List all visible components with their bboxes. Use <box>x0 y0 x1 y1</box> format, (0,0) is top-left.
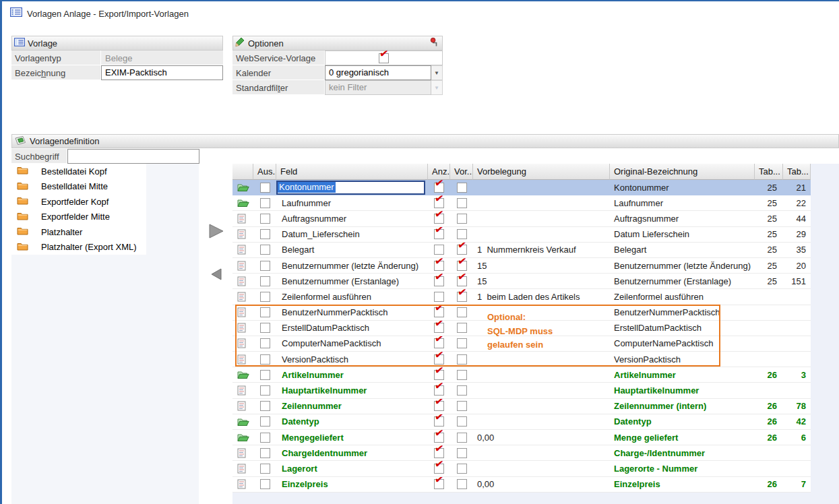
feld-cell[interactable]: ComputerNamePacktisch <box>276 336 428 351</box>
anz-checkbox[interactable]: ✔ <box>434 276 444 286</box>
vor-checkbox[interactable] <box>457 401 467 411</box>
grid-row[interactable]: Einzelpreis✔0,00Einzelpreis267 <box>232 477 811 493</box>
feld-cell[interactable]: ErstellDatumPacktisch <box>276 321 428 336</box>
grid-row[interactable]: Lagerort✔Lagerorte - Nummer <box>232 461 811 476</box>
move-right-arrow-button[interactable] <box>208 223 225 241</box>
webservice-checkbox[interactable]: ✔ <box>325 51 443 65</box>
column-header-feld[interactable]: Feld <box>276 164 428 180</box>
anz-checkbox[interactable]: ✔ <box>434 433 444 443</box>
anz-checkbox[interactable]: ✔ <box>434 261 444 271</box>
anz-checkbox[interactable]: ✔ <box>434 385 444 396</box>
vor-checkbox[interactable] <box>457 323 467 333</box>
anz-checkbox[interactable]: ✔ <box>434 370 444 380</box>
column-header-anz[interactable]: Anz... <box>428 164 450 180</box>
vor-checkbox[interactable] <box>457 229 467 239</box>
folder-item[interactable]: Exportfelder Kopf <box>11 194 146 210</box>
anz-checkbox[interactable]: ✔ <box>434 214 444 224</box>
folder-item[interactable]: Bestelldatei Mitte <box>11 179 146 195</box>
vor-checkbox[interactable]: ✔ <box>457 245 467 255</box>
vor-checkbox[interactable] <box>457 448 467 458</box>
vor-checkbox[interactable] <box>457 183 467 193</box>
anz-checkbox[interactable]: ✔ <box>434 401 444 411</box>
anz-checkbox[interactable]: ✔ <box>434 416 444 427</box>
anz-checkbox[interactable] <box>434 292 444 302</box>
anz-checkbox[interactable]: ✔ <box>434 448 444 458</box>
anz-checkbox[interactable]: ✔ <box>434 323 444 333</box>
feld-cell[interactable]: Datentyp <box>276 414 428 429</box>
grid-row[interactable]: Hauptartikelnummer✔Hauptartikelnummer <box>232 383 811 398</box>
aus-checkbox[interactable] <box>260 323 270 333</box>
feld-cell[interactable]: Benutzernummer (letzte Änderung) <box>276 258 428 273</box>
aus-checkbox[interactable] <box>260 292 270 302</box>
grid-row[interactable]: Mengegeliefert✔0,00Menge geliefert266 <box>232 430 811 445</box>
grid-row[interactable]: Laufnummer✔Laufnummer2522 <box>232 195 811 211</box>
aus-checkbox[interactable] <box>260 183 270 193</box>
feld-cell[interactable]: Zeilenformel ausführen <box>276 289 428 304</box>
vor-checkbox[interactable]: ✔ <box>457 276 467 286</box>
vor-checkbox[interactable] <box>457 479 467 489</box>
feld-edit-box[interactable]: Kontonummer <box>276 181 425 195</box>
aus-checkbox[interactable] <box>260 354 270 365</box>
move-left-arrow-button[interactable] <box>210 267 223 283</box>
folder-item[interactable]: Exportfelder Mitte <box>11 210 146 225</box>
feld-cell[interactable]: Kontonummer <box>276 180 428 195</box>
bezeichnung-input[interactable]: EXIM-Packtisch <box>101 65 223 80</box>
aus-checkbox[interactable] <box>260 198 270 208</box>
vor-checkbox[interactable] <box>457 338 467 348</box>
search-input[interactable] <box>67 149 199 164</box>
aus-checkbox[interactable] <box>260 401 270 411</box>
vor-checkbox[interactable] <box>457 416 467 427</box>
anz-checkbox[interactable]: ✔ <box>434 354 444 365</box>
vor-checkbox[interactable] <box>457 198 467 208</box>
grid-row[interactable]: Kontonummer✔Kontonummer2521 <box>232 180 811 195</box>
aus-checkbox[interactable] <box>260 479 270 489</box>
column-header-vor[interactable]: Vor... <box>450 164 473 180</box>
folder-item[interactable]: Platzhalter (Export XML) <box>11 240 146 255</box>
feld-cell[interactable]: Datum_Lieferschein <box>276 227 428 242</box>
folder-item[interactable]: Platzhalter <box>11 224 146 240</box>
grid-row[interactable]: ComputerNamePacktisch✔ComputerNamePackti… <box>232 336 811 352</box>
feld-cell[interactable]: Einzelpreis <box>276 477 428 492</box>
aus-checkbox[interactable] <box>260 464 270 474</box>
grid-row[interactable]: ErstellDatumPacktisch✔ErstellDatumPackti… <box>232 321 811 336</box>
grid-row[interactable]: Zeilenformel ausführen✔1 beim Laden des … <box>232 289 811 305</box>
feld-cell[interactable]: Zeilennummer <box>276 399 428 414</box>
grid-row[interactable]: Datentyp✔Datentyp2642 <box>232 414 811 430</box>
aus-checkbox[interactable] <box>260 229 270 239</box>
aus-checkbox[interactable] <box>260 338 270 348</box>
feld-cell[interactable]: Lagerort <box>276 461 428 476</box>
feld-cell[interactable]: Laufnummer <box>276 195 428 210</box>
vor-checkbox[interactable] <box>457 354 467 365</box>
aus-checkbox[interactable] <box>260 416 270 427</box>
grid-row[interactable]: ChargeIdentnummer✔Charge-/Identnummer <box>232 445 811 461</box>
anz-checkbox[interactable]: ✔ <box>434 183 444 193</box>
vor-checkbox[interactable]: ✔ <box>457 261 467 271</box>
aus-checkbox[interactable] <box>260 370 270 380</box>
column-header-tab-7[interactable]: Tab... <box>755 164 783 180</box>
feld-cell[interactable]: Belegart <box>276 243 428 257</box>
feld-cell[interactable]: ChargeIdentnummer <box>276 445 428 460</box>
aus-checkbox[interactable] <box>260 433 270 443</box>
grid-row[interactable]: Benutzernummer (Erstanlage)✔✔15Benutzern… <box>232 274 811 289</box>
column-header-tab-8[interactable]: Tab... <box>783 164 811 180</box>
feld-cell[interactable]: VersionPacktisch <box>276 352 428 367</box>
vor-checkbox[interactable]: ✔ <box>457 292 467 302</box>
grid-row[interactable]: Auftragsnummer✔Auftragsnummer2544 <box>232 211 811 226</box>
aus-checkbox[interactable] <box>260 214 270 224</box>
feld-cell[interactable]: BenutzerNummerPacktisch <box>276 305 428 320</box>
anz-checkbox[interactable]: ✔ <box>434 198 444 208</box>
aus-checkbox[interactable] <box>260 245 270 255</box>
vor-checkbox[interactable] <box>457 385 467 396</box>
vor-checkbox[interactable] <box>457 464 467 474</box>
grid-row[interactable]: Datum_Lieferschein✔Datum Lieferschein252… <box>232 227 811 243</box>
feld-cell[interactable]: Mengegeliefert <box>276 430 428 445</box>
anz-checkbox[interactable]: ✔ <box>434 479 444 489</box>
anz-checkbox[interactable]: ✔ <box>434 338 444 348</box>
feld-cell[interactable]: Auftragsnummer <box>276 211 428 226</box>
aus-checkbox[interactable] <box>260 261 270 271</box>
aus-checkbox[interactable] <box>260 276 270 286</box>
grid-row[interactable]: VersionPacktisch✔VersionPacktisch <box>232 352 811 367</box>
anz-checkbox[interactable] <box>434 245 444 255</box>
column-header-icon[interactable] <box>232 164 253 180</box>
anz-checkbox[interactable]: ✔ <box>434 464 444 474</box>
